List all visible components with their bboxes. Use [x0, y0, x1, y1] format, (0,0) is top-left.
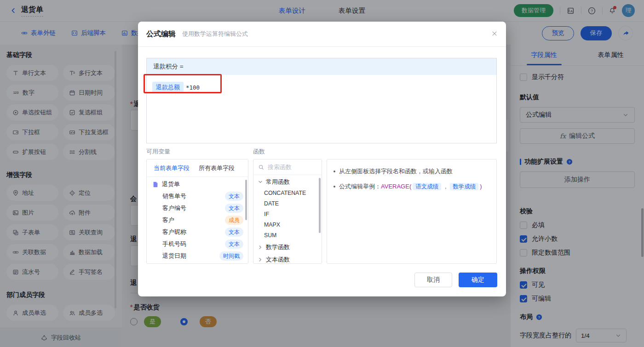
- variable-row[interactable]: 客户 成员: [147, 214, 248, 226]
- confirm-button[interactable]: 确定: [459, 273, 497, 287]
- variable-name: 客户编号: [162, 204, 186, 212]
- variable-name: 客户: [162, 216, 174, 224]
- function-list: CONCATENATE DATE IF MAPX SUM: [253, 188, 322, 240]
- variables-caption: 可用变量: [146, 148, 170, 156]
- formula-target: 退款积分 =: [147, 58, 496, 75]
- variable-list: 销售单号 文本 客户编号 文本 客户 成员 客户昵称: [147, 190, 248, 262]
- formula-field-token[interactable]: 退款总额: [152, 82, 184, 93]
- search-icon: [258, 164, 264, 171]
- tab-current-form-fields[interactable]: 当前表单字段: [154, 164, 190, 172]
- formula-edit-modal: 公式编辑 使用数学运算符编辑公式 退款积分 = 退款总额 *100 可用变量 函…: [138, 22, 506, 296]
- variables-panel: 当前表单字段 所有表单字段 退货单 销售单号 文本 客户编号 文本: [146, 159, 248, 264]
- formula-editor[interactable]: 退款积分 = 退款总额 *100: [146, 58, 497, 143]
- example-arg-2: 数学成绩: [450, 183, 478, 190]
- variable-type-badge: 时间戳: [219, 251, 243, 261]
- modal-subtitle: 使用数学运算符编辑公式: [182, 30, 248, 38]
- variable-type-badge: 文本: [225, 204, 243, 213]
- function-item[interactable]: SUM: [253, 230, 322, 240]
- variable-name: 销售单号: [162, 192, 186, 200]
- caret-right-icon: [257, 244, 264, 250]
- example-function-name: AVERAGE(: [381, 183, 411, 190]
- functions-panel: 常用函数 CONCATENATE DATE IF MAPX SUM 数学函数: [253, 159, 322, 264]
- example-arg-1: 语文成绩: [413, 183, 441, 190]
- app-window: 退货单 表单设计 表单设置 数据管理 A ? 理 表单外链: [0, 0, 644, 347]
- form-tree-root[interactable]: 退货单: [147, 177, 248, 190]
- function-group-math[interactable]: 数学函数: [253, 240, 322, 253]
- variable-name: 客户昵称: [162, 228, 186, 236]
- cancel-button[interactable]: 取消: [414, 273, 452, 287]
- variables-scrollbar[interactable]: [245, 180, 247, 220]
- modal-title: 公式编辑: [146, 29, 176, 39]
- close-icon[interactable]: [491, 30, 498, 37]
- function-item[interactable]: MAPX: [253, 219, 322, 230]
- variable-row[interactable]: 销售单号 文本: [147, 190, 248, 202]
- function-item[interactable]: CONCATENATE: [253, 188, 322, 198]
- variable-type-badge: 文本: [225, 239, 243, 249]
- variable-row[interactable]: 手机号码 文本: [147, 238, 248, 250]
- function-item[interactable]: DATE: [253, 198, 322, 209]
- variable-name: 手机号码: [162, 240, 186, 248]
- variable-row[interactable]: 客户昵称 文本: [147, 226, 248, 238]
- variable-type-badge: 文本: [225, 228, 243, 237]
- function-search-input[interactable]: [268, 164, 314, 171]
- tab-all-form-fields[interactable]: 所有表单字段: [199, 164, 235, 172]
- function-search: [253, 159, 322, 175]
- function-item[interactable]: IF: [253, 209, 322, 219]
- help-tip-1: 从左侧面板选择字段名和函数，或输入函数: [334, 167, 490, 176]
- file-icon: [152, 181, 159, 188]
- help-panel: 从左侧面板选择字段名和函数，或输入函数 公式编辑举例：AVERAGE(语文成绩，…: [327, 159, 497, 264]
- variable-row[interactable]: 客户编号 文本: [147, 202, 248, 214]
- function-group-common[interactable]: 常用函数: [253, 175, 322, 188]
- functions-scrollbar[interactable]: [319, 178, 321, 233]
- functions-caption: 函数: [253, 148, 265, 156]
- caret-right-icon: [257, 256, 264, 263]
- function-group-text[interactable]: 文本函数: [253, 253, 322, 264]
- variable-name: 退货日期: [162, 252, 186, 260]
- variable-type-badge: 文本: [225, 192, 243, 201]
- caret-down-icon: [257, 179, 264, 185]
- variable-row[interactable]: 退货日期 时间戳: [147, 250, 248, 262]
- variable-type-badge: 成员: [225, 216, 243, 225]
- formula-expression: *100: [186, 84, 200, 91]
- help-tip-2: 公式编辑举例：AVERAGE(语文成绩，数学成绩): [334, 182, 490, 191]
